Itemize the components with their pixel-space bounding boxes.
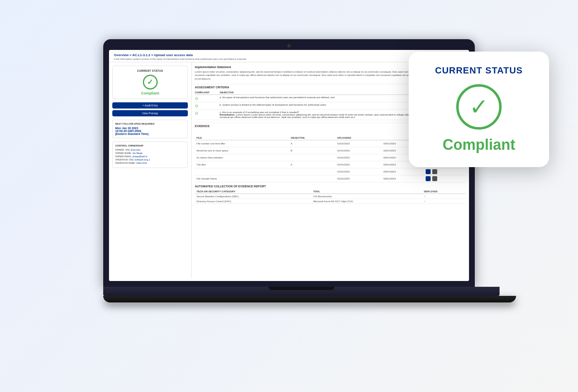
evidence-uploaded: 01/01/2023 (336, 140, 382, 147)
auto-tool: Microsoft Azure AD-GCC High (CUI) (312, 199, 422, 204)
evidence-objective (289, 168, 336, 175)
view-prereqs-button[interactable]: View Prereqs (112, 110, 188, 116)
auto-deployed: ✓ (422, 194, 466, 199)
evidence-uploaded: 01/01/2023 (336, 147, 382, 154)
evidence-objective (289, 175, 336, 182)
evidence-actions (424, 175, 466, 182)
auto-category: Directory Access Control (DAC) (195, 199, 312, 204)
evidence-col-uploaded: UPLOADED (336, 136, 382, 140)
automated-section: AUTOMATED COLLECTION OF EVIDENCE REPORT … (195, 185, 466, 204)
followup-title: NEXT FOLLOW-UP(S) REQUIRED (115, 123, 185, 125)
evidence-edit-icon[interactable] (432, 176, 437, 181)
compliant-check-3: ⊙ (195, 111, 220, 116)
evidence-uploaded: 01/01/2023 (336, 168, 382, 175)
auto-category: Secure Baseline Configurations (SBC) (195, 194, 312, 199)
evidence-doc-icon[interactable] (426, 176, 431, 181)
evidence-objective: A (289, 140, 336, 147)
evidence-edit-icon[interactable] (432, 169, 437, 174)
ownership-card: CONTROL OWNERSHIP OWNER: OSC Executive O… (112, 142, 188, 168)
popup-circle: ✓ (456, 84, 502, 130)
evidence-uploaded: 01/01/2023 (336, 175, 382, 182)
ownership-row-operator-name: OPERATOR NAME: Vibhu Dixit (115, 162, 185, 164)
ownership-row-owner: OWNER: OSC Executive (115, 149, 185, 151)
popup-compliant-text: Compliant (443, 136, 515, 153)
evidence-actions (424, 168, 466, 175)
auto-col-tool: TOOL (312, 189, 422, 194)
evidence-row: File Sample Name 01/01/2023 03/01/2023 (195, 175, 466, 182)
left-panel: CURRENT STATUS ✓ Compliant + Audit Entry… (109, 62, 192, 279)
auto-deployed: ✓ (422, 199, 466, 204)
evidence-uploaded: 01/01/2023 (336, 154, 382, 161)
check-icon: ✓ (147, 78, 153, 87)
audit-entry-button[interactable]: + Audit Entry (112, 102, 188, 109)
evidence-uploaded: 01/01/2023 (336, 161, 382, 168)
auto-col-deployed: DEPLOYED (422, 189, 466, 194)
auto-tool: CIS Benchmarks (312, 194, 422, 199)
ownership-row-owner-name: OWNER NAME: Jim Barge (115, 152, 185, 154)
status-icon-circle: ✓ (143, 75, 158, 90)
laptop-base (103, 287, 500, 296)
evidence-file: File Sample Name (195, 175, 289, 182)
evidence-date2: 03/01/2023 (382, 168, 424, 175)
evidence-row: 01/01/2023 03/01/2023 (195, 168, 466, 175)
remediation-text: Remediation: (220, 113, 235, 116)
popup-check-icon: ✓ (469, 96, 488, 118)
evidence-objective: B (289, 147, 336, 154)
status-popup-card: CURRENT STATUS ✓ Compliant (409, 52, 549, 167)
evidence-file: As shown here between (195, 154, 289, 161)
compliant-check-1: ⊙ (195, 96, 220, 101)
ownership-title: CONTROL OWNERSHIP (115, 144, 185, 147)
col-header-compliant: COMPLIANT (195, 91, 220, 94)
evidence-col-file: FILE (195, 136, 289, 140)
auto-col-category: TECH OR SECURITY CATEGORY (195, 189, 312, 194)
laptop-container: Overview > AC.L1-3.1.2 > Upload user acc… (62, 27, 516, 365)
evidence-file (195, 168, 289, 175)
evidence-col-objective: OBJECTIVE (289, 136, 336, 140)
status-label: CURRENT STATUS (116, 69, 184, 72)
status-card: CURRENT STATUS ✓ Compliant (112, 66, 188, 99)
laptop-camera (287, 44, 291, 47)
evidence-file: File number one here filler (195, 140, 289, 147)
ownership-row-operator: OPERATOR: OSC Software Eng 1 (115, 158, 185, 161)
automated-table: TECH OR SECURITY CATEGORY TOOL DEPLOYED … (195, 189, 466, 204)
compliant-text: Compliant (116, 91, 184, 95)
evidence-file: The files (195, 161, 289, 168)
auto-row: Directory Access Control (DAC) Microsoft… (195, 199, 466, 204)
evidence-date2: 03/01/2023 (382, 175, 424, 182)
evidence-file: Would be nice to have space (195, 147, 289, 154)
followup-date: Mon Jan 30 2023 19:54:45 GMT-0500 (Easte… (115, 127, 185, 135)
evidence-objective (289, 154, 336, 161)
evidence-objective: A (289, 161, 336, 168)
auto-row: Secure Baseline Configurations (SBC) CIS… (195, 194, 466, 199)
compliant-check-2: ⊙ (195, 104, 220, 108)
automated-title: AUTOMATED COLLECTION OF EVIDENCE REPORT (195, 185, 466, 188)
popup-title: CURRENT STATUS (435, 65, 523, 76)
followup-card: NEXT FOLLOW-UP(S) REQUIRED Mon Jan 30 20… (112, 120, 188, 138)
laptop-bottom (103, 296, 516, 302)
ownership-row-owner-email: OWNER EMAIL: jbarge@sp6.io (115, 155, 185, 158)
evidence-doc-icon[interactable] (426, 169, 431, 174)
